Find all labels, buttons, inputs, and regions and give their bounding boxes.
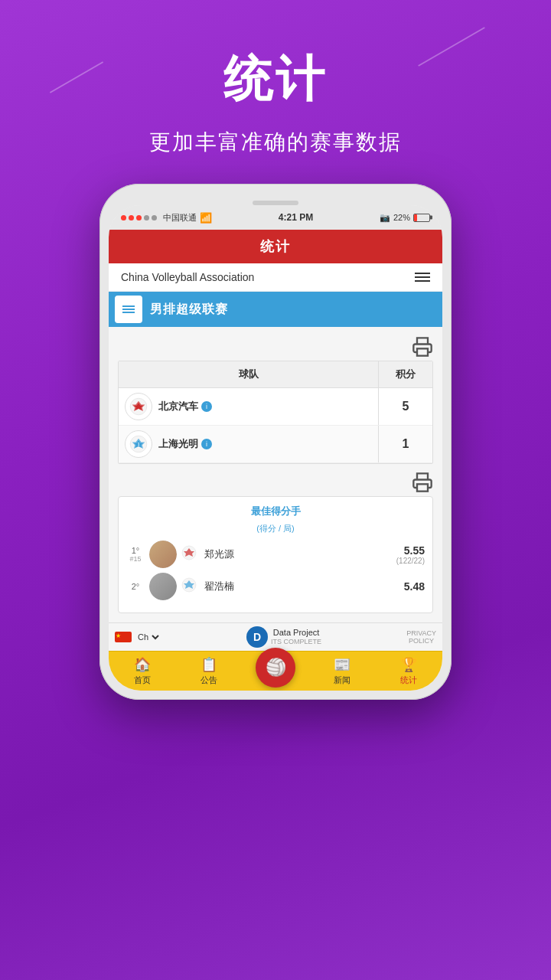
battery-fill: [414, 214, 417, 221]
col-team: 球队: [119, 361, 379, 387]
dot-2: [129, 215, 134, 220]
league-icon-inner: [122, 305, 135, 313]
language-select[interactable]: Ch En: [135, 632, 161, 642]
dp-letter: D: [253, 631, 261, 643]
team-cell-1: 北京汽车 i: [119, 388, 379, 425]
home-icon: 🏠: [134, 656, 151, 673]
table-row: 北京汽车 i 5: [119, 388, 432, 426]
icon-line2: [122, 309, 135, 310]
team-logo-2: 1: [125, 430, 152, 458]
stat-main-2: 5.48: [404, 580, 425, 593]
bluetooth-icon: 📷: [380, 213, 390, 223]
team-cell-2: 1 上海光明 i: [119, 426, 379, 462]
content-area: 球队 积分: [109, 327, 442, 622]
tab-news[interactable]: 📰 新闻: [309, 652, 376, 691]
print-row-1: [118, 333, 433, 361]
player-name-2: 翟浩楠: [204, 580, 404, 593]
player-rank-2: 2°: [126, 582, 145, 591]
phone-mockup: 中国联通 📶 4:21 PM 📷 22% 统计 China Volleyba: [99, 184, 452, 700]
phone-screen: 中国联通 📶 4:21 PM 📷 22% 统计 China Volleyba: [109, 205, 442, 691]
hamburger-menu[interactable]: [415, 273, 430, 282]
tab-stats[interactable]: 🏆 统计: [376, 652, 442, 691]
icon-line1: [122, 305, 135, 307]
app-tabbar: 🏠 首页 📋 公告 🏐 📰 新闻 🏆: [109, 651, 442, 691]
navbar-title: 统计: [260, 237, 291, 256]
battery-icon: [413, 214, 430, 222]
org-bar: China Volleyball Association: [109, 263, 442, 292]
pts-cell-1: 5: [379, 400, 432, 413]
announcements-icon: 📋: [201, 656, 217, 673]
player-photo-placeholder-1: [149, 541, 177, 568]
player-row-1: 1° #15 郑光源: [126, 541, 425, 568]
standings-table: 球队 积分: [118, 361, 433, 464]
table-header: 球队 积分: [119, 361, 432, 388]
svg-rect-4: [417, 484, 428, 491]
tab-center-wrapper: 🏐: [242, 652, 308, 691]
print-icon-2[interactable]: [412, 472, 433, 493]
player-team-logo-2: [181, 577, 200, 596]
bottom-logo: D Data Project ITS COMPLETE: [168, 626, 400, 648]
tab-announcements[interactable]: 📋 公告: [175, 652, 242, 691]
page-header: 统计 更加丰富准确的赛事数据: [0, 0, 551, 157]
wifi-icon: 📶: [200, 212, 212, 224]
tab-announcements-label: 公告: [201, 675, 217, 686]
player-team-logo-1: [181, 545, 200, 564]
col-pts: 积分: [379, 361, 432, 387]
print-icon-1[interactable]: [412, 336, 433, 358]
hamburger-line1: [415, 273, 430, 274]
player-photo-placeholder-2: [149, 573, 177, 600]
battery-label: 22%: [393, 213, 410, 222]
bottom-bar: Ch En D Data Project ITS COMPLETE: [109, 622, 442, 651]
dp-text: Data Project ITS COMPLETE: [271, 628, 321, 646]
info-icon-2[interactable]: i: [201, 439, 212, 449]
league-icon: [115, 296, 142, 323]
dot-4: [144, 215, 149, 220]
phone-outer: 中国联通 📶 4:21 PM 📷 22% 统计 China Volleyba: [99, 184, 452, 700]
team-name-wrap-1: 北京汽车 i: [158, 400, 212, 413]
status-right: 📷 22%: [380, 213, 430, 223]
league-name: 男排超级联赛: [150, 302, 228, 318]
card-title: 最佳得分手: [126, 505, 425, 518]
player-row-2: 2° 翟浩楠 5.48: [126, 573, 425, 600]
volleyball-icon: 🏐: [266, 658, 286, 678]
team-name-2: 上海光明: [158, 437, 198, 451]
player-photo-1: [149, 541, 177, 568]
stat-sub-1: (122/22): [396, 557, 425, 565]
page-title: 统计: [0, 46, 551, 113]
tab-center-button[interactable]: 🏐: [256, 648, 295, 688]
info-icon-1[interactable]: i: [201, 401, 212, 412]
player-photo-2: [149, 573, 177, 600]
team-name-wrap-2: 上海光明 i: [158, 437, 212, 451]
player-stats-2: 5.48: [404, 580, 425, 593]
tab-home[interactable]: 🏠 首页: [109, 652, 175, 691]
tab-home-label: 首页: [134, 675, 151, 686]
player-card: 最佳得分手 (得分 / 局) 1° #15: [118, 496, 433, 613]
privacy-policy[interactable]: PRIVACYPOLICY: [400, 629, 442, 645]
pts-cell-2: 1: [379, 437, 432, 451]
status-bar: 中国联通 📶 4:21 PM 📷 22%: [109, 205, 442, 230]
stat-main-1: 5.55: [396, 544, 425, 557]
league-bar[interactable]: 男排超级联赛: [109, 292, 442, 327]
org-name: China Volleyball Association: [121, 271, 254, 283]
flag-china: [115, 632, 132, 642]
svg-rect-0: [417, 348, 428, 355]
hamburger-line3: [415, 280, 430, 282]
tab-news-label: 新闻: [334, 675, 350, 686]
signal-dots: [121, 215, 157, 220]
page-subtitle: 更加丰富准确的赛事数据: [0, 128, 551, 157]
dot-3: [136, 215, 142, 220]
icon-line3: [122, 312, 135, 313]
card-subtitle: (得分 / 局): [126, 523, 425, 534]
dot-5: [152, 215, 157, 220]
table-row-2: 1 上海光明 i 1: [119, 426, 432, 463]
hamburger-line2: [415, 276, 430, 278]
team-name-1: 北京汽车: [158, 400, 198, 413]
stats-icon: 🏆: [400, 656, 417, 673]
tab-stats-label: 统计: [400, 675, 417, 686]
news-icon: 📰: [334, 656, 350, 673]
player-name-1: 郑光源: [204, 547, 396, 561]
status-left: 中国联通 📶: [121, 212, 212, 224]
data-project-logo: D Data Project ITS COMPLETE: [246, 626, 321, 648]
app-navbar: 统计: [109, 230, 442, 263]
carrier-label: 中国联通: [163, 212, 197, 224]
